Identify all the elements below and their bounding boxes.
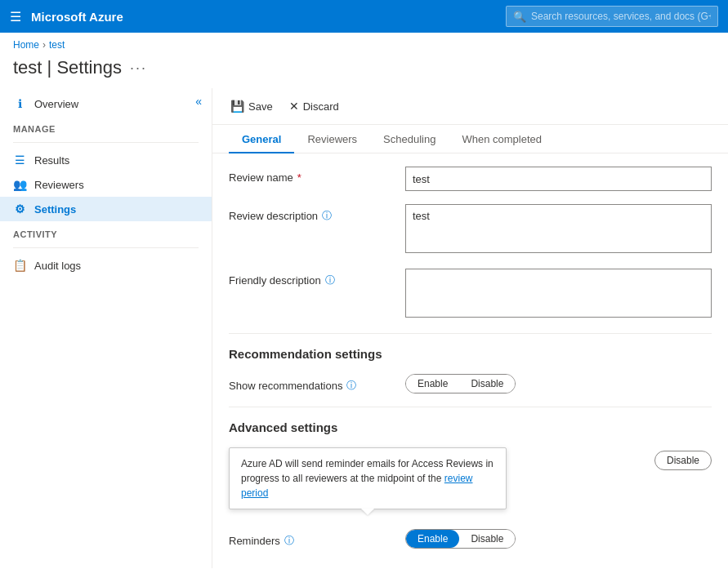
tab-general[interactable]: General (229, 125, 294, 153)
sidebar-item-label: Audit logs (34, 260, 81, 272)
breadcrumb-current[interactable]: test (49, 39, 65, 51)
show-recommendations-row: Show recommendations ⓘ Enable Disable (229, 374, 712, 393)
sidebar-item-overview[interactable]: ℹ Overview (0, 91, 212, 116)
show-recommendations-toggle-container: Enable Disable (405, 374, 712, 393)
sidebar-item-label: Overview (34, 98, 78, 110)
main-layout: « ℹ Overview Manage ☰ Results 👥 Reviewer… (0, 88, 728, 568)
save-icon: 💾 (230, 100, 244, 113)
sidebar-divider-activity (13, 247, 199, 248)
review-description-input-container: test (405, 204, 712, 256)
tab-reviewers[interactable]: Reviewers (294, 125, 370, 153)
show-recommendations-info-icon[interactable]: ⓘ (346, 379, 356, 393)
page-title-text: Settings (56, 57, 122, 78)
tab-when-completed[interactable]: When completed (449, 125, 555, 153)
sidebar-section-activity: Activity (0, 221, 212, 242)
sidebar-divider-manage (13, 142, 199, 143)
sidebar-item-reviewers[interactable]: 👥 Reviewers (0, 172, 212, 197)
recommendation-settings-title: Recommendation settings (229, 347, 712, 361)
review-name-label: Review name * (229, 167, 392, 184)
sidebar-item-settings[interactable]: ⚙ Settings (0, 197, 212, 221)
save-label: Save (248, 100, 273, 113)
sidebar-item-label: Reviewers (34, 179, 84, 191)
show-recommendations-label: Show recommendations ⓘ (229, 374, 392, 393)
advanced-left: Azure AD will send reminder emails for A… (229, 447, 641, 516)
review-description-label: Review description ⓘ (229, 204, 392, 223)
review-name-row: Review name * (229, 167, 712, 191)
review-name-input-container (405, 167, 712, 191)
toolbar: 💾 Save ✕ Discard (212, 88, 728, 125)
review-name-input[interactable] (405, 167, 712, 191)
app-title: Microsoft Azure (31, 10, 496, 24)
advanced-reminder-row: Azure AD will send reminder emails for A… (229, 447, 712, 516)
search-input[interactable] (531, 11, 711, 22)
friendly-description-label: Friendly description ⓘ (229, 269, 392, 287)
advanced-right: Disable (654, 447, 712, 470)
tabs: General Reviewers Scheduling When comple… (212, 125, 728, 153)
review-description-info-icon[interactable]: ⓘ (322, 209, 332, 223)
friendly-description-row: Friendly description ⓘ (229, 269, 712, 320)
sidebar: « ℹ Overview Manage ☰ Results 👥 Reviewer… (0, 88, 212, 568)
reminders-disable-button[interactable]: Disable (459, 530, 515, 548)
sidebar-item-audit-logs[interactable]: 📋 Audit logs (0, 253, 212, 278)
save-button[interactable]: 💾 Save (229, 96, 275, 116)
tooltip-callout: Azure AD will send reminder emails for A… (229, 447, 507, 509)
breadcrumb: Home › test (0, 33, 728, 54)
search-bar[interactable]: 🔍 (506, 6, 718, 27)
page-title: test | Settings (13, 57, 122, 78)
tab-scheduling[interactable]: Scheduling (370, 125, 449, 153)
results-icon: ☰ (13, 153, 26, 167)
friendly-description-info-icon[interactable]: ⓘ (325, 273, 335, 287)
page-header: test | Settings ··· (0, 54, 728, 88)
form-content: Review name * Review description ⓘ test (212, 153, 728, 568)
show-recommendations-enable-button[interactable]: Enable (406, 375, 459, 393)
reviewers-icon: 👥 (13, 178, 26, 191)
reminders-enable-button[interactable]: Enable (406, 530, 459, 548)
content-area: 💾 Save ✕ Discard General Reviewers Sched… (212, 88, 728, 568)
topbar: ☰ Microsoft Azure 🔍 (0, 0, 728, 33)
section-divider-1 (229, 333, 712, 334)
friendly-description-input-container (405, 269, 712, 320)
section-divider-2 (229, 407, 712, 407)
page-title-prefix: test (13, 57, 42, 78)
sidebar-item-label: Results (34, 154, 69, 167)
sidebar-section-manage: Manage (0, 116, 212, 137)
more-options-icon[interactable]: ··· (130, 60, 147, 77)
info-icon: ℹ (13, 97, 26, 110)
sidebar-item-label: Settings (34, 203, 76, 216)
sidebar-item-results[interactable]: ☰ Results (0, 148, 212, 172)
discard-label: Discard (303, 100, 339, 113)
audit-logs-icon: 📋 (13, 259, 26, 272)
discard-icon: ✕ (289, 100, 299, 113)
show-recommendations-disable-button[interactable]: Disable (459, 375, 515, 393)
advanced-disable-button[interactable]: Disable (654, 451, 712, 470)
reminders-toggle-container: Enable Disable (405, 529, 712, 549)
search-icon: 🔍 (513, 11, 526, 23)
hamburger-icon[interactable]: ☰ (10, 9, 21, 24)
breadcrumb-home[interactable]: Home (13, 39, 39, 51)
reminders-label: Reminders ⓘ (229, 529, 392, 548)
show-recommendations-toggle: Enable Disable (405, 374, 516, 393)
sidebar-collapse-button[interactable]: « (195, 95, 202, 108)
required-indicator: * (297, 171, 301, 184)
advanced-settings-title: Advanced settings (229, 420, 712, 434)
reminders-toggle: Enable Disable (405, 529, 516, 549)
discard-button[interactable]: ✕ Discard (288, 96, 341, 116)
reminders-info-icon[interactable]: ⓘ (284, 534, 294, 548)
breadcrumb-separator: › (42, 39, 46, 51)
page-title-separator: | (47, 57, 57, 78)
review-description-input[interactable]: test (405, 204, 712, 253)
review-description-row: Review description ⓘ test (229, 204, 712, 256)
reminders-row: Reminders ⓘ Enable Disable (229, 529, 712, 549)
friendly-description-input[interactable] (405, 269, 712, 318)
settings-icon: ⚙ (13, 202, 26, 216)
